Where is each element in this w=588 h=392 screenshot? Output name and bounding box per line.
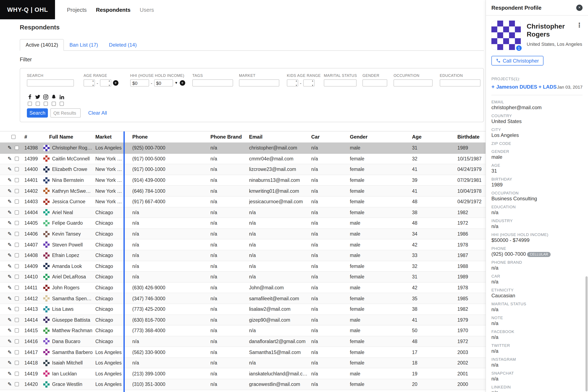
nav-respondents[interactable]: Respondents (96, 6, 130, 13)
respondent-name[interactable]: Efrain Lopez (52, 253, 79, 258)
respondent-name[interactable]: Felipe Guardo (52, 221, 83, 226)
plus-icon[interactable] (492, 84, 494, 90)
respondent-name[interactable]: Kevin Tansey (52, 232, 81, 236)
edit-icon[interactable] (8, 253, 12, 258)
respondent-name[interactable]: Elizabeth Crowe (52, 167, 87, 172)
kids-age-max-spinner[interactable] (303, 79, 314, 86)
edit-icon[interactable] (8, 296, 12, 301)
table-row[interactable]: 14411 John Rogers Chicago (630) 426-9000… (0, 282, 486, 293)
row-checkbox[interactable] (15, 253, 19, 258)
respondent-name[interactable]: Nina Bernstein (52, 178, 84, 183)
twitter-checkbox[interactable] (36, 102, 40, 106)
edit-icon[interactable] (8, 339, 12, 344)
row-checkbox[interactable] (15, 361, 19, 365)
table-row[interactable]: 14416 Dana Bucaro Chicago n/a n/a danafl… (0, 336, 486, 347)
edit-icon[interactable] (8, 371, 12, 376)
project-link[interactable]: Jameson DUDES + LADS (496, 84, 556, 90)
edit-icon[interactable] (8, 232, 12, 236)
edit-icon[interactable] (8, 382, 12, 387)
respondent-name[interactable]: Samantha Spencer (52, 296, 93, 301)
respondent-name[interactable]: Ian Lucklan (52, 371, 77, 376)
scrollbar-thumb[interactable] (586, 276, 588, 391)
education-input[interactable] (440, 79, 480, 86)
row-checkbox[interactable] (15, 339, 19, 344)
table-row[interactable]: 14407 Steven Powell Chicago n/a n/a n/a … (0, 240, 486, 250)
caret-down-icon[interactable] (174, 81, 178, 85)
respondent-name[interactable]: Lisa Laws (52, 306, 74, 312)
table-row[interactable]: 14412 Samantha Spencer Chicago (347) 746… (0, 293, 486, 304)
kebab-menu-icon[interactable] (576, 22, 582, 29)
row-checkbox[interactable] (15, 210, 19, 214)
row-checkbox[interactable] (15, 221, 19, 225)
add-hhi-button[interactable] (180, 80, 185, 86)
age-min-spinner[interactable] (84, 79, 95, 86)
kids-age-min-spinner[interactable] (287, 79, 298, 86)
instagram-checkbox[interactable] (44, 102, 48, 106)
row-checkbox[interactable] (15, 242, 19, 247)
edit-icon[interactable] (8, 221, 12, 226)
edit-icon[interactable] (8, 285, 12, 290)
edit-icon[interactable] (8, 264, 12, 269)
table-row[interactable]: 14401 Nina Bernstein New York City (914)… (0, 175, 486, 186)
edit-icon[interactable] (8, 306, 12, 312)
table-row[interactable]: 14398 Christopher Rogers Los Angeles (92… (0, 143, 486, 154)
hhi-max-input[interactable] (154, 79, 173, 86)
tab-ban-list[interactable]: Ban List (17) (64, 40, 104, 50)
gender-input[interactable] (362, 79, 387, 86)
tags-input[interactable] (192, 79, 233, 86)
table-row[interactable]: 14414 Giuseppe Battista Chicago (630) 81… (0, 315, 486, 326)
linkedin-checkbox[interactable] (60, 102, 64, 106)
edit-icon[interactable] (8, 188, 12, 194)
table-row[interactable]: 14418 Isaiah Mitchell Los Angeles n/a n/… (0, 358, 486, 368)
row-checkbox[interactable] (15, 157, 19, 161)
row-checkbox[interactable] (15, 318, 19, 322)
respondent-name[interactable]: Amanda Look (52, 264, 82, 269)
tab-deleted[interactable]: Deleted (14) (104, 40, 142, 50)
row-checkbox[interactable] (15, 286, 19, 290)
search-input[interactable] (27, 79, 74, 86)
row-checkbox[interactable] (15, 189, 19, 193)
row-checkbox[interactable] (15, 307, 19, 311)
edit-icon[interactable] (8, 156, 12, 161)
respondent-name[interactable]: John Rogers (52, 285, 80, 290)
edit-icon[interactable] (8, 199, 12, 204)
respondent-name[interactable]: Matthew Rachman (52, 328, 92, 333)
table-row[interactable]: 14404 Ariel Neal Chicago n/a n/a n/a n/a… (0, 207, 486, 218)
tab-active[interactable]: Active (14012) (20, 39, 64, 51)
row-checkbox[interactable] (15, 146, 19, 150)
select-all-checkbox[interactable] (11, 135, 16, 139)
search-button[interactable]: Search (27, 108, 48, 118)
table-row[interactable]: 14415 Matthew Rachman Chicago (773) 368-… (0, 326, 486, 336)
close-icon[interactable] (576, 4, 582, 11)
respondent-name[interactable]: Ariel DeLaRosa (52, 274, 86, 280)
nav-users[interactable]: Users (140, 6, 154, 13)
table-row[interactable]: 14419 Ian Lucklan Los Angeles (213) 399-… (0, 368, 486, 379)
occupation-input[interactable] (394, 79, 432, 86)
respondent-name[interactable]: Ariel Neal (52, 210, 73, 215)
table-row[interactable]: 14420 Grace Westlin Los Angeles (310) 35… (0, 379, 486, 390)
edit-icon[interactable] (8, 274, 12, 280)
table-row[interactable]: 14403 Jessica Curnoe New York City (917)… (0, 196, 486, 207)
age-max-spinner[interactable] (100, 79, 111, 86)
row-checkbox[interactable] (15, 264, 19, 268)
facebook-checkbox[interactable] (28, 102, 32, 106)
table-row[interactable]: 14417 Samantha Barbero Los Angeles (562)… (0, 347, 486, 358)
edit-icon[interactable] (8, 178, 12, 183)
respondent-name[interactable]: Grace Westlin (52, 382, 82, 387)
row-checkbox[interactable] (15, 232, 19, 236)
edit-icon[interactable] (8, 210, 12, 215)
table-row[interactable]: 14409 Amanda Look Chicago n/a n/a n/a n/… (0, 261, 486, 272)
marital-status-input[interactable] (324, 79, 356, 86)
clear-all-link[interactable]: Clear All (88, 110, 107, 116)
snapchat-checkbox[interactable] (52, 102, 56, 106)
table-row[interactable]: 14399 Caitlin McConnell New York City (9… (0, 154, 486, 164)
respondent-name[interactable]: Samantha Barbero (52, 350, 92, 355)
table-row[interactable]: 14413 Lisa Laws Chicago (773) 425-2000 n… (0, 304, 486, 315)
call-button[interactable]: Call Christopher (492, 56, 544, 66)
row-checkbox[interactable] (15, 350, 19, 354)
table-row[interactable]: 14406 Kevin Tansey Chicago n/a n/a n/a n… (0, 229, 486, 240)
table-row[interactable]: 14402 Kathryn McSweeney New York City (6… (0, 186, 486, 196)
respondent-name[interactable]: Giuseppe Battista (52, 318, 90, 322)
hhi-min-input[interactable] (130, 79, 149, 86)
table-row[interactable]: 14400 Elizabeth Crowe New York City (917… (0, 164, 486, 175)
